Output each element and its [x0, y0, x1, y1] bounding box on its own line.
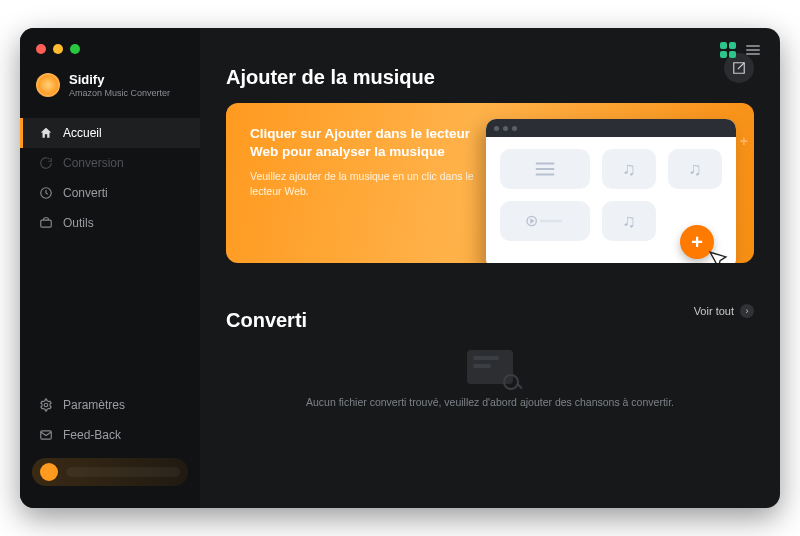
top-right-controls	[720, 42, 760, 58]
main-nav: Accueil Conversion Converti Outils	[20, 118, 200, 238]
clock-icon	[39, 186, 53, 200]
cursor-icon	[706, 247, 731, 263]
web-player-mock-icon: ♫ ♫ ♫ +	[486, 119, 736, 263]
sidebar-item-label: Accueil	[63, 126, 102, 140]
mock-play-icon	[500, 201, 590, 241]
main-content: Ajouter de la musique Cliquer sur Ajoute…	[200, 28, 780, 508]
bottom-nav: Paramètres Feed-Back	[20, 390, 200, 498]
mock-music-icon: ♫	[602, 201, 656, 241]
mail-icon	[39, 428, 53, 442]
account-pill[interactable]	[32, 458, 188, 486]
sidebar-item-settings[interactable]: Paramètres	[20, 390, 200, 420]
svg-marker-17	[530, 218, 534, 223]
external-link-icon	[732, 61, 746, 75]
briefcase-icon	[39, 216, 53, 230]
close-window-button[interactable]	[36, 44, 46, 54]
fullscreen-window-button[interactable]	[70, 44, 80, 54]
sidebar-item-label: Paramètres	[63, 398, 125, 412]
svg-point-2	[44, 403, 48, 407]
view-all-link[interactable]: Voir tout ›	[694, 304, 754, 318]
banner-title: Cliquer sur Ajouter dans le lecteur Web …	[250, 125, 480, 161]
plus-accent-icon: +	[740, 133, 748, 149]
minimize-window-button[interactable]	[53, 44, 63, 54]
sidebar-item-home[interactable]: Accueil	[20, 118, 200, 148]
section-title-converted: Converti	[226, 309, 307, 332]
mock-music-icon: ♫	[602, 149, 656, 189]
app-window: Sidify Amazon Music Converter Accueil Co…	[20, 28, 780, 508]
svg-rect-1	[41, 220, 52, 227]
sidebar-item-converted[interactable]: Converti	[20, 178, 200, 208]
section-title-add-music: Ajouter de la musique	[226, 66, 435, 89]
empty-file-search-icon	[467, 350, 513, 384]
view-all-label: Voir tout	[694, 305, 734, 317]
empty-state-text: Aucun fichier converti trouvé, veuillez …	[306, 396, 674, 408]
svg-rect-18	[540, 220, 563, 223]
mock-menu-icon	[500, 149, 590, 189]
sidebar-item-label: Converti	[63, 186, 108, 200]
sidebar-item-label: Outils	[63, 216, 94, 230]
banner-subtitle: Veuillez ajouter de la musique en un cli…	[250, 169, 480, 198]
refresh-icon	[39, 156, 53, 170]
sidebar-item-label: Conversion	[63, 156, 124, 170]
sidebar-item-label: Feed-Back	[63, 428, 121, 442]
brand-name: Sidify	[69, 72, 170, 87]
add-music-banner[interactable]: Cliquer sur Ajouter dans le lecteur Web …	[226, 103, 754, 263]
hamburger-menu-icon[interactable]	[746, 45, 760, 55]
gear-icon	[39, 398, 53, 412]
sidebar-item-tools[interactable]: Outils	[20, 208, 200, 238]
avatar-icon	[40, 463, 58, 481]
account-name-placeholder	[66, 467, 180, 477]
brand-subtitle: Amazon Music Converter	[69, 88, 170, 98]
grid-view-icon[interactable]	[720, 42, 736, 58]
window-controls	[20, 40, 200, 58]
brand-logo-icon	[36, 73, 60, 97]
sidebar-item-conversion[interactable]: Conversion	[20, 148, 200, 178]
brand: Sidify Amazon Music Converter	[20, 58, 200, 112]
mock-music-icon: ♫	[668, 149, 722, 189]
home-icon	[39, 126, 53, 140]
sidebar-item-feedback[interactable]: Feed-Back	[20, 420, 200, 450]
chevron-right-icon: ›	[740, 304, 754, 318]
empty-state: Aucun fichier converti trouvé, veuillez …	[226, 350, 754, 408]
sidebar: Sidify Amazon Music Converter Accueil Co…	[20, 28, 200, 508]
